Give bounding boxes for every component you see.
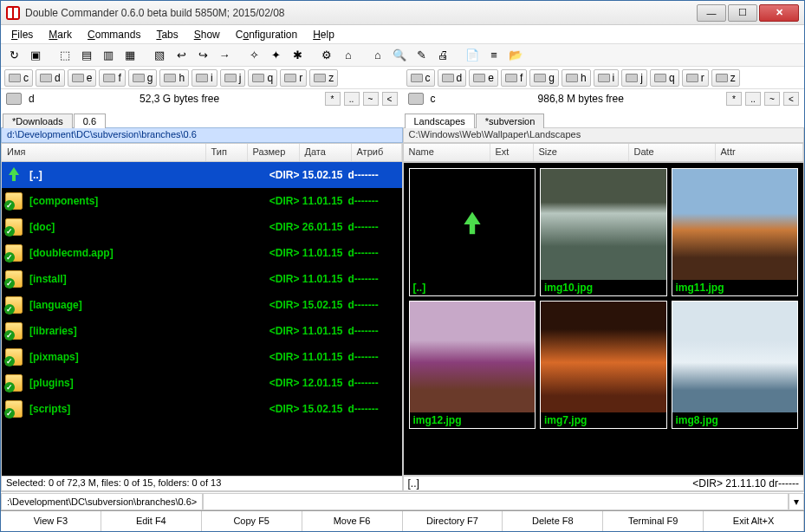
drive-button-r[interactable]: r xyxy=(682,69,709,87)
file-row[interactable]: ✓[plugins]<DIR>12.01.15d------- xyxy=(2,370,402,396)
right-path-bar[interactable]: C:\Windows\Web\Wallpaper\Landscapes xyxy=(403,127,805,143)
file-row[interactable]: [..]<DIR>15.02.15d------- xyxy=(2,162,402,188)
toolbar-button[interactable]: → xyxy=(215,46,234,65)
toolbar-button[interactable]: ✱ xyxy=(288,46,307,65)
left-up-button[interactable]: .. xyxy=(344,92,360,106)
drive-button-h[interactable]: h xyxy=(159,69,189,87)
menu-show[interactable]: Show xyxy=(187,27,227,42)
drive-button-f[interactable]: f xyxy=(99,69,125,87)
file-row[interactable]: ✓[scripts]<DIR>15.02.15d------- xyxy=(2,396,402,422)
drive-button-j[interactable]: j xyxy=(621,69,647,87)
minimize-button[interactable]: — xyxy=(697,4,726,22)
function-key[interactable]: Edit F4 xyxy=(101,511,202,531)
toolbar-button[interactable]: ⌂ xyxy=(339,46,358,65)
file-row[interactable]: ✓[doublecmd.app]<DIR>11.01.15d------- xyxy=(2,240,402,266)
thumbnail[interactable]: img12.jpg xyxy=(409,301,536,429)
left-root-button[interactable]: * xyxy=(325,92,341,106)
thumbnail[interactable]: img10.jpg xyxy=(540,168,667,296)
left-path-bar[interactable]: d:\Development\DC\subversion\branches\0.… xyxy=(1,127,403,143)
col-name[interactable]: Name xyxy=(404,144,490,161)
menu-tabs[interactable]: Tabs xyxy=(149,27,185,42)
maximize-button[interactable]: ☐ xyxy=(728,4,757,22)
right-root-button[interactable]: * xyxy=(726,92,742,106)
col-type[interactable]: Тип xyxy=(206,144,248,161)
drive-button-f[interactable]: f xyxy=(501,69,527,87)
drive-button-d[interactable]: d xyxy=(438,69,467,87)
drive-button-g[interactable]: g xyxy=(128,69,158,87)
toolbar-button[interactable]: ⚙ xyxy=(317,46,336,65)
toolbar-button[interactable]: ⬚ xyxy=(55,46,75,65)
col-size[interactable]: Размер xyxy=(248,144,300,161)
toolbar-button[interactable]: 📂 xyxy=(506,46,525,65)
thumbnail[interactable]: img11.jpg xyxy=(672,168,799,296)
col-date[interactable]: Date xyxy=(629,144,716,161)
function-key[interactable]: Directory F7 xyxy=(403,511,503,531)
function-key[interactable]: View F3 xyxy=(1,511,101,531)
toolbar-button[interactable]: ▦ xyxy=(120,46,140,65)
drive-button-h[interactable]: h xyxy=(562,69,591,87)
right-home-button[interactable]: ~ xyxy=(764,92,780,106)
drive-button-d[interactable]: d xyxy=(36,69,65,87)
menu-commands[interactable]: Commands xyxy=(81,27,147,42)
col-attr[interactable]: Атриб xyxy=(352,144,402,161)
col-name[interactable]: Имя xyxy=(2,144,206,161)
col-attr[interactable]: Attr xyxy=(716,144,804,161)
panel-tab[interactable]: 0.6 xyxy=(74,114,106,128)
drive-button-c[interactable]: c xyxy=(4,69,33,87)
col-date[interactable]: Дата xyxy=(300,144,352,161)
toolbar-button[interactable]: ▣ xyxy=(26,46,45,65)
toolbar-button[interactable]: ✧ xyxy=(244,46,263,65)
close-button[interactable]: ✕ xyxy=(759,4,799,22)
panel-tab[interactable]: *Downloads xyxy=(3,114,73,128)
thumbnail[interactable]: [..] xyxy=(409,168,536,296)
toolbar-button[interactable]: ↩ xyxy=(172,46,191,65)
left-back-button[interactable]: < xyxy=(382,92,398,106)
drive-button-z[interactable]: z xyxy=(309,69,338,87)
right-back-button[interactable]: < xyxy=(783,92,799,106)
thumbnail[interactable]: img8.jpg xyxy=(672,301,799,429)
drive-button-r[interactable]: r xyxy=(280,69,307,87)
col-ext[interactable]: Ext xyxy=(490,144,534,161)
col-size[interactable]: Size xyxy=(534,144,629,161)
drive-button-g[interactable]: g xyxy=(529,69,559,87)
function-key[interactable]: Exit Alt+X xyxy=(704,511,804,531)
function-key[interactable]: Copy F5 xyxy=(202,511,302,531)
function-key[interactable]: Delete F8 xyxy=(503,511,603,531)
drive-button-i[interactable]: i xyxy=(594,69,620,87)
toolbar-button[interactable]: ≡ xyxy=(484,46,503,65)
file-row[interactable]: ✓[language]<DIR>15.02.15d------- xyxy=(2,292,402,318)
toolbar-button[interactable]: 📄 xyxy=(463,46,482,65)
file-row[interactable]: ✓[pixmaps]<DIR>11.01.15d------- xyxy=(2,344,402,370)
toolbar-button[interactable]: ↪ xyxy=(193,46,212,65)
thumbnail[interactable]: img7.jpg xyxy=(540,301,667,429)
toolbar-button[interactable]: ▧ xyxy=(150,46,169,65)
file-row[interactable]: ✓[components]<DIR>11.01.15d------- xyxy=(2,188,402,214)
drive-button-i[interactable]: i xyxy=(192,69,217,87)
drive-button-c[interactable]: c xyxy=(406,69,435,87)
drive-button-e[interactable]: e xyxy=(68,69,97,87)
right-up-button[interactable]: .. xyxy=(745,92,761,106)
toolbar-button[interactable]: ✎ xyxy=(412,46,431,65)
menu-files[interactable]: Files xyxy=(4,27,40,42)
command-input[interactable] xyxy=(203,493,789,510)
drive-button-q[interactable]: q xyxy=(650,69,679,87)
drive-button-q[interactable]: q xyxy=(248,69,277,87)
menu-mark[interactable]: Mark xyxy=(42,27,79,42)
toolbar-button[interactable]: ▥ xyxy=(99,46,118,65)
file-row[interactable]: ✓[install]<DIR>11.01.15d------- xyxy=(2,266,402,292)
command-history-button[interactable]: ▾ xyxy=(789,493,804,510)
toolbar-button[interactable]: ⌂ xyxy=(368,46,387,65)
right-thumb-grid[interactable]: [..]img10.jpgimg11.jpgimg12.jpgimg7.jpgi… xyxy=(403,162,805,476)
toolbar-button[interactable]: ▤ xyxy=(77,46,96,65)
left-file-list[interactable]: [..]<DIR>15.02.15d-------✓[components]<D… xyxy=(1,162,403,476)
drive-button-j[interactable]: j xyxy=(220,69,246,87)
toolbar-button[interactable]: 🔍 xyxy=(390,46,409,65)
drive-button-e[interactable]: e xyxy=(469,69,498,87)
panel-tab[interactable]: *subversion xyxy=(476,114,544,128)
toolbar-button[interactable]: ✦ xyxy=(266,46,285,65)
toolbar-button[interactable]: ↻ xyxy=(4,46,23,65)
file-row[interactable]: ✓[doc]<DIR>26.01.15d------- xyxy=(2,214,402,240)
menu-configuration[interactable]: Configuration xyxy=(229,27,304,42)
panel-tab[interactable]: Landscapes xyxy=(405,114,475,128)
left-home-button[interactable]: ~ xyxy=(363,92,379,106)
